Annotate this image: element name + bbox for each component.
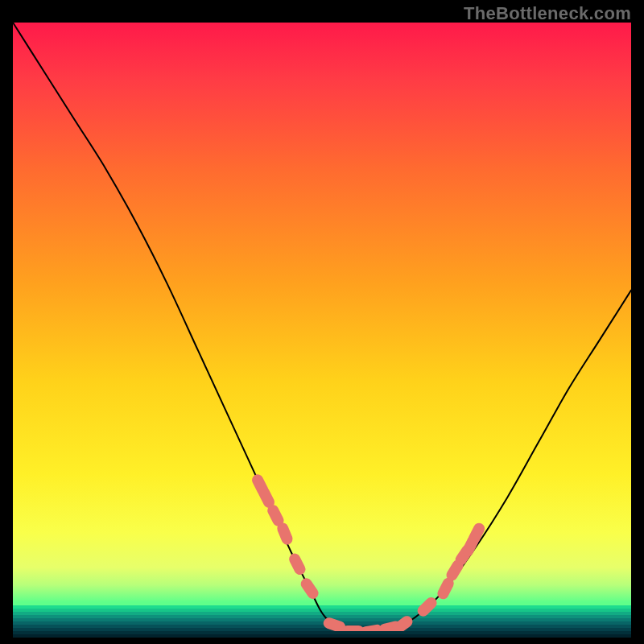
gradient-background bbox=[13, 23, 631, 602]
plot-area bbox=[13, 23, 631, 631]
watermark-text: TheBottleneck.com bbox=[464, 3, 631, 24]
gradient-band bbox=[13, 634, 631, 638]
chart-frame bbox=[13, 23, 631, 631]
